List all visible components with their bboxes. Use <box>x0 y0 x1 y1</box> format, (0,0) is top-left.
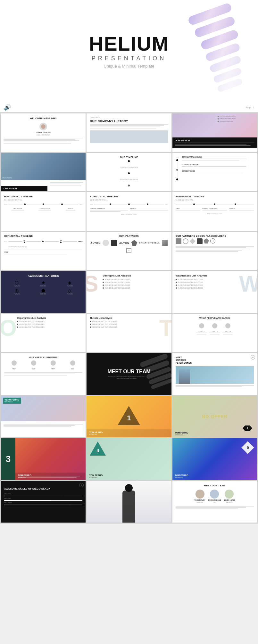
vero-ferro-slide: VERO FERRO MANAGER <box>1 396 86 437</box>
hero-graphic <box>175 6 239 90</box>
partner-alton2: ALTON <box>119 242 129 244</box>
timeline-slide: OUR TIMELINE COMPANY FORMATION EXPANSION… <box>87 153 171 191</box>
welcome-person-name: JANNIE PAULINE <box>35 132 51 134</box>
meet-ceo-title: MEETOUR CEOPETER BONDS <box>176 356 254 364</box>
hero-title: HELIUM <box>89 34 169 54</box>
speaker-icon: 🔊 <box>4 104 11 111</box>
h-timeline-2-sub: SLIDESCARNIVAL <box>90 199 168 201</box>
tom-ferro-1-name: TOM FERRO <box>89 431 169 433</box>
list-item: ALIGNONE AND TECHNOLOGIES <box>103 281 168 283</box>
meet-team-dark-sub: Following you will find information abou… <box>107 376 146 379</box>
h-timeline-1: HORIZONTAL TIMELINE SLIDESCARNIVAL 2010 … <box>1 192 86 231</box>
strengths-slide: S Strengths List Analysis ALIGNONE AND T… <box>87 271 171 313</box>
happy-customers-title: OUR HAPPY CUSTOMERS <box>4 356 82 359</box>
features-slide: AWESOME FEATURES ⬡ FEATURE ★ FEATURE ◈ F… <box>1 271 86 313</box>
list-item: ALIGNONE AND TECHNOLOGIES <box>90 326 157 328</box>
tom-ferro-4-role: MANAGER <box>89 476 169 478</box>
awesome-skills-slide: + AWESOME SKILLS OF DIEGO BLACK SKILL ON… <box>1 481 86 523</box>
tom-ferro-2-number: 2 <box>246 427 248 430</box>
add-icon: + <box>251 355 255 359</box>
diego-black-slide <box>87 481 171 523</box>
list-item: ALIGNONE AND TECHNOLOGIES <box>90 323 157 325</box>
tom-ferro-4-number: 4 <box>96 448 99 453</box>
happy-customers-slide: OUR HAPPY CUSTOMERS NAME ROLE NAME ROLE … <box>1 353 86 395</box>
list-item: ALIGNONE AND TECHNOLOGIES <box>176 278 244 280</box>
vero-ferro-role: MANAGER <box>4 401 19 403</box>
tom-ferro-1-number: 1 <box>127 414 131 422</box>
partners-slide: OUR PARTNERS ALTON ALTON BRIAN MITCHELL … <box>87 232 171 270</box>
team-member-row: TOM MCAVOY MANAGER JANNIE PAULINE CEO HE… <box>176 490 254 503</box>
page-number: Page 1 <box>246 106 254 109</box>
company-title: OUR COMPANY HISTORY <box>90 120 168 123</box>
meet-team-bottom-title: MEET OUR TEAM <box>176 484 254 487</box>
vero-ferro-name: VERO FERRO <box>4 399 19 401</box>
tom-ferro-4-name: TOM FERRO <box>89 474 169 476</box>
welcome-person-role: CEO & FOUNDER <box>37 134 50 136</box>
threats-slide: T Threats List Analysis ALIGNONE AND TEC… <box>87 314 171 352</box>
opportunities-title: Opportunities List Analysis <box>17 317 82 319</box>
tom-ferro-5-number: 5 <box>247 445 249 450</box>
partner-alton: ALTON <box>90 242 101 244</box>
hero-subtitle: PRESENTATION <box>89 55 169 62</box>
mission-title: OUR MISSION <box>175 139 254 142</box>
meet-team-dark-slide: MEET OUR TEAM Following you will find in… <box>87 353 171 395</box>
testimonials-slide: WHAT PEOPLE ARE SAYING SLIDESCARNIVAL ★★… <box>172 314 257 352</box>
timeline-title: OUR TIMELINE <box>90 156 168 158</box>
skills-add-icon: + <box>79 483 84 487</box>
h-timeline-1-sub: SLIDESCARNIVAL <box>4 199 82 201</box>
testimonials-sub: SLIDESCARNIVAL <box>176 319 254 321</box>
tom-ferro-3-number: 3 <box>6 454 11 464</box>
vision-title: OUR VISION <box>4 187 45 190</box>
h-timeline-3-sub: SLIDESCARNIVAL <box>176 199 254 201</box>
slide-grid: WELCOME MESSAGE! JANNIE PAULINE CEO & FO… <box>0 112 258 524</box>
tom-ferro-1-role: MANAGER <box>89 433 169 435</box>
meet-team-dark-title: MEET OUR TEAM <box>107 369 150 375</box>
welcome-slide: WELCOME MESSAGE! JANNIE PAULINE CEO & FO… <box>1 113 86 152</box>
team-member-item: HENRY LOPEZ MANAGER <box>224 490 235 503</box>
partners-title: OUR PARTNERS <box>90 235 168 237</box>
meet-ceo-slide: + MEETOUR CEOPETER BONDS <box>172 353 257 395</box>
h-timeline-4-title: HORIZONTAL TIMELINE <box>4 235 82 237</box>
tom-ferro-2-name: TOM FERRO <box>175 432 254 434</box>
h-timeline-3-title: HORIZONTAL TIMELINE <box>176 195 254 198</box>
list-item: ALIGNONE AND TECHNOLOGIES <box>176 281 244 283</box>
tom-ferro-2-slide: NO OFFER 2 TOM FERRO MANAGER <box>172 396 257 437</box>
h-timeline-4: HORIZONTAL TIMELINE 2010 🏁 🏁 FINISH <box>1 232 86 270</box>
h-timeline-2-title: HORIZONTAL TIMELINE <box>90 195 168 198</box>
list-item: ALIGNONE AND TECHNOLOGIES <box>90 320 157 322</box>
h-timeline-1-title: HORIZONTAL TIMELINE <box>4 195 82 198</box>
testimonials-title: WHAT PEOPLE ARE SAYING <box>176 317 254 319</box>
welcome-title: WELCOME MESSAGE! <box>30 117 57 120</box>
mission-slide: OUR MISSION STEP MISSION SERVICES MAKING… <box>172 113 257 152</box>
hero-section: HELIUM PRESENTATION Unique & Minimal Tem… <box>0 0 258 103</box>
list-item: ALIGNONE AND TECHNOLOGIES <box>17 320 82 322</box>
h-timeline-3: HORIZONTAL TIMELINE SLIDESCARNIVAL START… <box>172 192 257 231</box>
tom-ferro-5-role: MANAGER <box>175 476 254 478</box>
team-member-item: TOM MCAVOY MANAGER <box>195 490 205 503</box>
threats-title: Threats List Analysis <box>90 317 157 319</box>
weaknesses-slide: W Weaknesses List Analysis ALIGNONE AND … <box>172 271 257 313</box>
list-item: ALIGNONE AND TECHNOLOGIES <box>176 284 244 286</box>
tom-ferro-3-slide: 3 TOM FERRO MANAGER <box>1 438 86 480</box>
list-item: ALIGNONE AND TECHNOLOGIES <box>103 287 168 289</box>
hero-tagline: Unique & Minimal Template <box>89 64 169 69</box>
meet-team-bottom-slide: MEET OUR TEAM TOM MCAVOY MANAGER JANNIE … <box>172 481 257 523</box>
list-item: ALIGNONE AND TECHNOLOGIES <box>17 326 82 328</box>
h-timeline-2: HORIZONTAL TIMELINE SLIDESCARNIVAL 2010 … <box>87 192 171 231</box>
welcome-avatar <box>39 123 47 130</box>
company-label: COMPANY <box>90 117 168 119</box>
list-item: ALIGNONE AND TECHNOLOGIES <box>103 278 168 280</box>
team-member-item: JANNIE PAULINE CEO <box>208 490 221 503</box>
features-title: AWESOME FEATURES <box>4 274 82 277</box>
opportunities-slide: O Opportunities List Analysis ALIGNONE A… <box>1 314 86 352</box>
timeline-right-slide: 2015 COMPANY NEW ACQUIRE CURRENT SI <box>172 153 257 191</box>
partner-brian: BRIAN MITCHELL <box>139 242 160 244</box>
awesome-skills-title: AWESOME SKILLS OF DIEGO BLACK <box>4 487 82 491</box>
tom-ferro-5-name: TOM FERRO <box>175 474 254 476</box>
partners-logos-title: Our Partners Logos Placeholders <box>176 235 254 237</box>
weaknesses-title: Weaknesses List Analysis <box>176 274 244 277</box>
strengths-title: Strengths List Analysis <box>103 274 168 277</box>
company-history-slide: COMPANY OUR COMPANY HISTORY <box>87 113 171 152</box>
tom-ferro-1-slide: TOM FERRO MANAGER 1 <box>87 396 171 437</box>
list-item: ALIGNONE AND TECHNOLOGIES <box>103 284 168 286</box>
